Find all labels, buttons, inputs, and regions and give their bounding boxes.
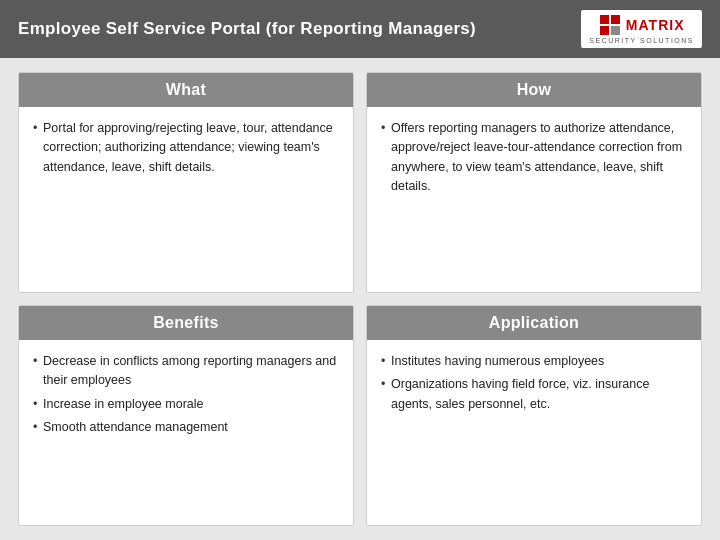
quadrant-what: WhatPortal for approving/rejecting leave… <box>18 72 354 293</box>
application-body: Institutes having numerous employeesOrga… <box>367 340 701 525</box>
list-item: Portal for approving/rejecting leave, to… <box>33 119 339 177</box>
svg-rect-1 <box>611 15 620 24</box>
header: Employee Self Service Portal (for Report… <box>0 0 720 58</box>
how-header: How <box>367 73 701 107</box>
list-item: Smooth attendance management <box>33 418 339 437</box>
list-item: Offers reporting managers to authorize a… <box>381 119 687 197</box>
logo-brand: MATRIX <box>626 17 685 33</box>
benefits-header: Benefits <box>19 306 353 340</box>
what-body: Portal for approving/rejecting leave, to… <box>19 107 353 292</box>
list-item: Institutes having numerous employees <box>381 352 687 371</box>
header-title: Employee Self Service Portal (for Report… <box>18 19 476 39</box>
logo: MATRIX SECURITY SOLUTIONS <box>581 10 702 48</box>
application-header: Application <box>367 306 701 340</box>
matrix-logo-icon <box>599 14 621 36</box>
svg-rect-2 <box>600 26 609 35</box>
list-item: Organizations having field force, viz. i… <box>381 375 687 414</box>
main-grid: WhatPortal for approving/rejecting leave… <box>0 58 720 540</box>
quadrant-benefits: BenefitsDecrease in conflicts among repo… <box>18 305 354 526</box>
quadrant-application: ApplicationInstitutes having numerous em… <box>366 305 702 526</box>
svg-rect-3 <box>611 26 620 35</box>
quadrant-how: HowOffers reporting managers to authoriz… <box>366 72 702 293</box>
list-item: Decrease in conflicts among reporting ma… <box>33 352 339 391</box>
benefits-body: Decrease in conflicts among reporting ma… <box>19 340 353 525</box>
what-header: What <box>19 73 353 107</box>
how-body: Offers reporting managers to authorize a… <box>367 107 701 292</box>
page: Employee Self Service Portal (for Report… <box>0 0 720 540</box>
svg-rect-0 <box>600 15 609 24</box>
list-item: Increase in employee morale <box>33 395 339 414</box>
logo-sub: SECURITY SOLUTIONS <box>589 37 694 44</box>
